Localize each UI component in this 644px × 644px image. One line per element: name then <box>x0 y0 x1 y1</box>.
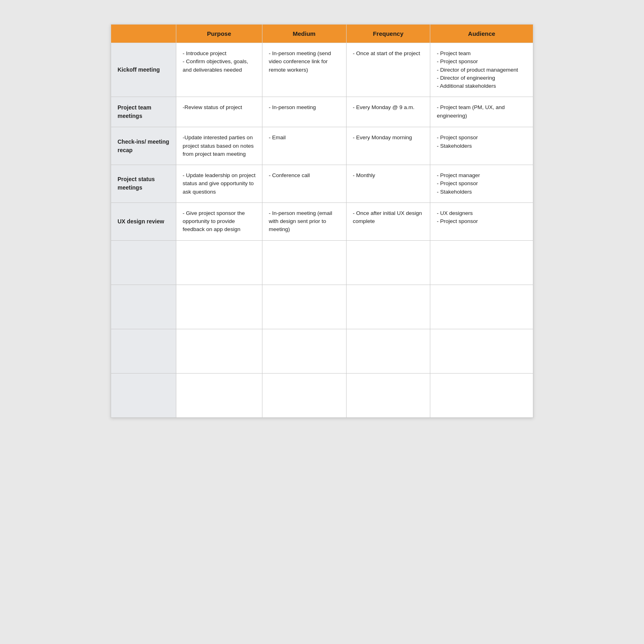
header-name <box>111 25 176 43</box>
empty-cell-3-1 <box>176 373 262 417</box>
communication-plan-table: Purpose Medium Frequency Audience Kickof… <box>111 24 533 418</box>
header-frequency: Frequency <box>346 25 430 43</box>
header-audience: Audience <box>430 25 533 43</box>
empty-cell-1-3 <box>346 285 430 329</box>
empty-row <box>111 240 533 285</box>
empty-row <box>111 329 533 373</box>
row-frequency-3: - Monthly <box>346 165 430 203</box>
row-purpose-3: - Update leadership on project status an… <box>176 165 262 203</box>
table-row: Kickoff meeting- Introduce project - Con… <box>111 43 533 97</box>
row-medium-1: - In-person meeting <box>262 97 346 127</box>
header-medium: Medium <box>262 25 346 43</box>
table-row: Project status meetings- Update leadersh… <box>111 165 533 203</box>
row-medium-4: - In-person meeting (email with design s… <box>262 202 346 240</box>
empty-cell-2-1 <box>176 329 262 373</box>
table-row: Check-ins/ meeting recap-Update interest… <box>111 127 533 165</box>
row-purpose-0: - Introduce project - Confirm objectives… <box>176 43 262 97</box>
empty-cell-2-2 <box>262 329 346 373</box>
empty-row <box>111 285 533 329</box>
row-frequency-1: - Every Monday @ 9 a.m. <box>346 97 430 127</box>
empty-cell-0-3 <box>346 240 430 285</box>
row-medium-2: - Email <box>262 127 346 165</box>
empty-cell-0-0 <box>111 240 176 285</box>
row-audience-2: - Project sponsor - Stakeholders <box>430 127 533 165</box>
row-purpose-1: -Review status of project <box>176 97 262 127</box>
row-audience-0: - Project team - Project sponsor - Direc… <box>430 43 533 97</box>
empty-cell-0-2 <box>262 240 346 285</box>
row-audience-3: - Project manager - Project sponsor - St… <box>430 165 533 203</box>
empty-cell-2-4 <box>430 329 533 373</box>
row-name-2: Check-ins/ meeting recap <box>111 127 176 165</box>
empty-cell-1-2 <box>262 285 346 329</box>
header-purpose: Purpose <box>176 25 262 43</box>
row-name-4: UX design review <box>111 202 176 240</box>
row-purpose-4: - Give project sponsor the opportunity t… <box>176 202 262 240</box>
empty-cell-3-3 <box>346 373 430 417</box>
row-name-3: Project status meetings <box>111 165 176 203</box>
row-name-1: Project team meetings <box>111 97 176 127</box>
row-frequency-0: - Once at start of the project <box>346 43 430 97</box>
table-row: Project team meetings-Review status of p… <box>111 97 533 127</box>
empty-cell-2-0 <box>111 329 176 373</box>
empty-cell-3-4 <box>430 373 533 417</box>
empty-cell-1-0 <box>111 285 176 329</box>
row-name-0: Kickoff meeting <box>111 43 176 97</box>
row-audience-1: - Project team (PM, UX, and engineering) <box>430 97 533 127</box>
empty-cell-0-4 <box>430 240 533 285</box>
empty-cell-0-1 <box>176 240 262 285</box>
empty-cell-3-0 <box>111 373 176 417</box>
table-row: UX design review- Give project sponsor t… <box>111 202 533 240</box>
empty-cell-1-1 <box>176 285 262 329</box>
empty-cell-3-2 <box>262 373 346 417</box>
row-frequency-2: - Every Monday morning <box>346 127 430 165</box>
empty-row <box>111 373 533 417</box>
row-medium-0: - In-person meeting (send video conferen… <box>262 43 346 97</box>
row-medium-3: - Conference call <box>262 165 346 203</box>
row-frequency-4: - Once after initial UX design complete <box>346 202 430 240</box>
empty-cell-1-4 <box>430 285 533 329</box>
row-purpose-2: -Update interested parties on project st… <box>176 127 262 165</box>
row-audience-4: - UX designers - Project sponsor <box>430 202 533 240</box>
empty-cell-2-3 <box>346 329 430 373</box>
